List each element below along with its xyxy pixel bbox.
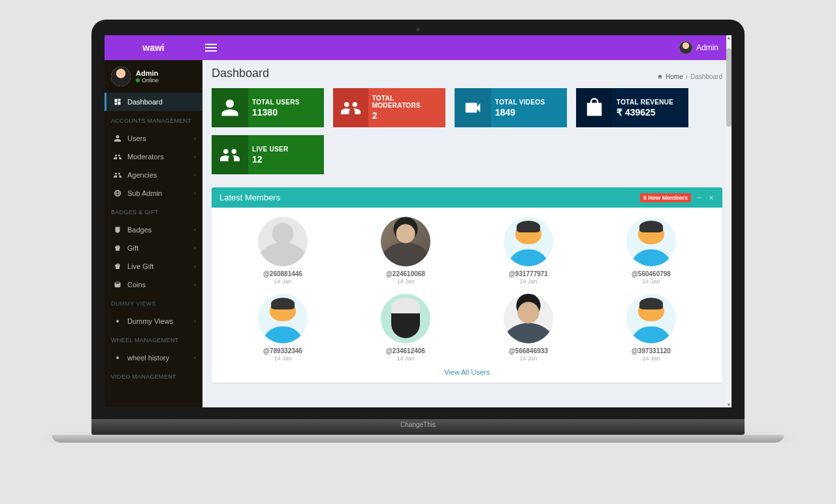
sidebar-item-badges[interactable]: Badges‹ — [104, 221, 202, 239]
sidebar-item-live-gift[interactable]: Live Gift‹ — [104, 257, 202, 276]
sidebar-section-header: WHEEL MANAGEMENT — [104, 330, 202, 349]
member-date: 14 Jan — [593, 355, 709, 362]
view-all-users[interactable]: View All Users — [212, 362, 722, 383]
stat-label: LIVE USER — [252, 146, 289, 153]
scrollbar-thumb[interactable] — [726, 48, 732, 127]
sidebar-item-label: Users — [127, 134, 189, 142]
camera-dot — [416, 27, 420, 31]
member-card[interactable]: @23461240614 Jan — [347, 294, 464, 362]
breadcrumb-home[interactable]: Home — [666, 73, 683, 80]
stat-value: 2 — [372, 110, 442, 121]
member-handle: @260881446 — [225, 270, 341, 277]
chevron-left-icon: ‹ — [194, 354, 196, 361]
stat-value: 1849 — [495, 107, 545, 118]
member-card[interactable]: @22461006814 Jan — [347, 217, 464, 285]
sidebar-item-gift[interactable]: Gift‹ — [104, 239, 202, 257]
chevron-left-icon: ‹ — [194, 318, 196, 324]
member-date: 14 Jan — [470, 355, 587, 362]
sidebar-item-coins[interactable]: Coins‹ — [104, 276, 202, 294]
member-avatar — [504, 217, 553, 266]
stat-label: TOTAL VIDEOS — [495, 99, 545, 106]
member-avatar — [381, 294, 430, 343]
home-icon — [657, 74, 663, 80]
member-handle: @789332346 — [225, 347, 341, 354]
bag-icon — [576, 88, 613, 127]
member-avatar — [626, 217, 676, 266]
sidebar-section-header: ACCOUNTS MANAGEMENT — [104, 111, 202, 129]
topbar-user-menu[interactable]: Admin — [679, 41, 732, 54]
member-date: 14 Jan — [347, 278, 464, 285]
dot-icon — [113, 354, 122, 362]
topbar-user-label: Admin — [696, 43, 718, 52]
member-handle: @560460798 — [593, 270, 709, 277]
stat-total-revenue[interactable]: TOTAL REVENUE₹ 439625 — [576, 88, 688, 127]
users-icon — [212, 135, 248, 174]
latest-members-box: Latest Members 8 New Members @2608814461… — [212, 187, 722, 383]
chevron-left-icon: ‹ — [194, 227, 196, 233]
member-date: 14 Jan — [225, 278, 341, 285]
sidebar-user-panel[interactable]: Admin Online — [104, 60, 202, 93]
scrollbar[interactable]: ▴ ▾ — [726, 35, 732, 407]
sidebar-item-moderators[interactable]: Moderators‹ — [104, 148, 202, 166]
member-card[interactable]: @56684693314 Jan — [470, 294, 587, 362]
member-avatar — [381, 217, 430, 266]
screen-bezel: ▴ ▾ wawi Admin — [91, 20, 745, 419]
gift-icon — [113, 244, 122, 252]
sidebar-item-dashboard[interactable]: Dashboard — [104, 93, 202, 111]
close-button[interactable] — [708, 195, 715, 201]
stat-total-moderators[interactable]: TOTAL MODERATORS2 — [333, 88, 445, 127]
chevron-left-icon: ‹ — [194, 153, 196, 160]
page-title: Dashboard — [212, 67, 657, 80]
member-card[interactable]: @56046079814 Jan — [593, 217, 709, 285]
laptop-frame: ▴ ▾ wawi Admin — [91, 20, 745, 443]
sidebar-item-users[interactable]: Users‹ — [104, 129, 202, 148]
member-handle: @931777971 — [470, 270, 587, 277]
member-card[interactable]: @39733112014 Jan — [593, 294, 709, 362]
sidebar-section-header: BADGES & GIFT — [104, 202, 202, 221]
chevron-left-icon: ‹ — [194, 263, 196, 270]
chevron-left-icon: ‹ — [194, 135, 196, 142]
member-avatar — [626, 294, 676, 343]
gift-icon — [113, 262, 122, 270]
stat-total-videos[interactable]: TOTAL VIDEOS1849 — [455, 88, 567, 127]
globe-icon — [113, 189, 122, 197]
chevron-left-icon: ‹ — [194, 245, 196, 251]
sidebar-item-dummy-views[interactable]: Dummy Views‹ — [104, 312, 202, 330]
stat-label: TOTAL MODERATORS — [372, 95, 442, 109]
stat-live-user[interactable]: LIVE USER12 — [212, 135, 324, 174]
close-icon — [708, 195, 715, 201]
member-card[interactable]: @26088144614 Jan — [225, 217, 341, 285]
user-icon — [113, 134, 122, 142]
member-date: 14 Jan — [225, 355, 341, 362]
member-avatar — [258, 217, 308, 266]
stat-value: ₹ 439625 — [617, 107, 673, 118]
video-icon — [455, 88, 491, 127]
brand-logo[interactable]: wawi — [104, 42, 202, 53]
sidebar-item-wheel-history[interactable]: wheel history‹ — [104, 349, 202, 367]
member-handle: @234612406 — [347, 347, 464, 354]
collapse-button[interactable] — [696, 195, 703, 201]
avatar-icon — [111, 67, 131, 86]
avatar-icon — [679, 41, 692, 54]
member-date: 14 Jan — [593, 278, 709, 285]
member-handle: @566846933 — [470, 347, 587, 354]
box-title: Latest Members — [219, 193, 640, 202]
scroll-down-icon[interactable]: ▾ — [726, 402, 732, 407]
sidebar-item-agencies[interactable]: Agencies‹ — [104, 166, 202, 184]
member-handle: @397331120 — [593, 347, 709, 354]
topbar: wawi Admin — [104, 35, 732, 60]
member-date: 14 Jan — [347, 355, 464, 362]
view-all-link[interactable]: View All Users — [444, 368, 490, 376]
sidebar-item-sub-admin[interactable]: Sub Admin‹ — [104, 184, 202, 202]
sidebar-item-label: Badges — [127, 226, 189, 234]
breadcrumb: Home › Dashboard — [657, 73, 722, 80]
stat-total-users[interactable]: TOTAL USERS11380 — [212, 88, 324, 127]
member-card[interactable]: @78933234614 Jan — [225, 294, 341, 362]
scroll-up-icon[interactable]: ▴ — [726, 35, 732, 40]
sidebar-item-label: Coins — [127, 281, 189, 289]
dash-icon — [113, 98, 122, 106]
breadcrumb-current: Dashboard — [690, 73, 722, 80]
menu-toggle-icon[interactable] — [205, 44, 217, 52]
member-handle: @224610068 — [347, 270, 464, 277]
member-card[interactable]: @93177797114 Jan — [470, 217, 587, 285]
